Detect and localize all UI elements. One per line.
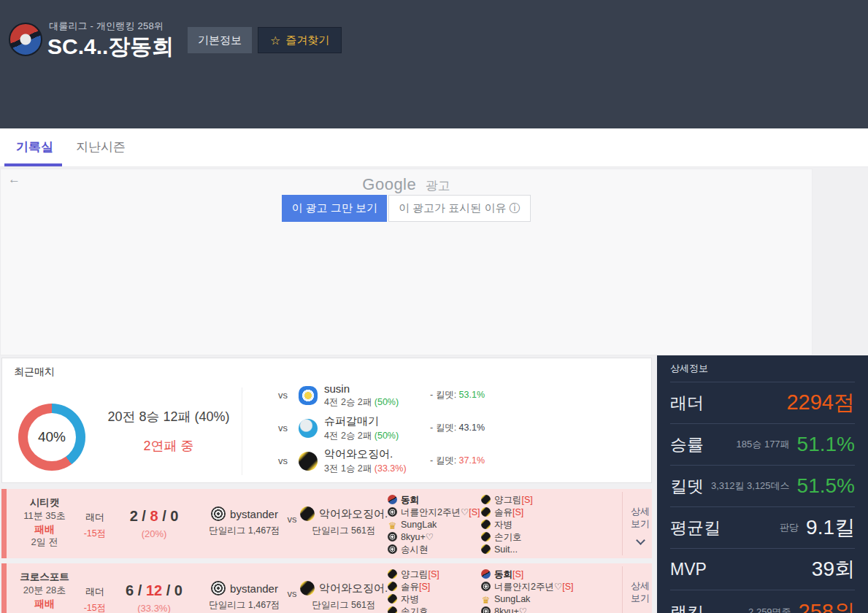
team-league-points: 단일리그 1,467점 — [196, 599, 293, 612]
croc-icon — [481, 520, 491, 529]
opponent-row: vs 슈퍼갈매기 4전 2승 2패 (50%) - 킬뎃: 43.1% — [278, 412, 485, 444]
croc-icon — [388, 594, 397, 604]
recent-matches-card: 최근매치 40% 20전 8승 12패 (40%) 2연패 중 vs susin… — [1, 358, 652, 483]
detail-info-panel: 상세정보 래더 2294점 승률 185승 177패 51.1% 킬뎃 3,31… — [657, 355, 868, 613]
list-item: 솔유[S] — [388, 581, 439, 593]
opponent-winrate: (50%) — [375, 431, 399, 441]
tab-records[interactable]: 기록실 — [16, 139, 53, 155]
list-item: 손기호 — [481, 531, 533, 544]
match-mode-block: 래더 -15점 — [71, 509, 119, 541]
team-logo-icon — [481, 569, 491, 579]
player-name: 너를안지2주년♡ — [401, 507, 469, 517]
why-this-ad-button[interactable]: 이 광고가 표시된 이유 ⓘ — [388, 195, 531, 222]
player-name: SungLak — [494, 594, 530, 604]
player-name: Suit... — [494, 544, 518, 555]
team-name: bystander — [230, 508, 278, 520]
player-list-left: 양그림[S] 솔유[S] 자병 손기호 — [388, 568, 439, 613]
player-name: 양그림 — [494, 495, 522, 505]
match-mode-block: 래더 -15점 — [71, 584, 119, 613]
croc-icon — [388, 606, 397, 613]
player-name: 양그림 — [401, 569, 429, 579]
team-name: bystander — [230, 582, 278, 595]
opponent-name: 슈퍼갈매기 — [324, 415, 430, 428]
detail-view-button[interactable]: 상세 보기 — [623, 505, 657, 544]
stat-row-killdeath: 킬뎃 3,312킬 3,125데스 51.5% — [670, 466, 855, 507]
stat-row-ranking: 랭킹 2,259명중 258위 — [670, 590, 855, 613]
player-list-right: 동희[S] 너를안지2주년♡[S] SungLak 8kyu+♡ — [481, 568, 573, 613]
stop-seeing-ad-button[interactable]: 이 광고 그만 보기 — [282, 195, 387, 222]
opponent-winrate: (50%) — [375, 397, 399, 407]
list-item: 양그림[S] — [388, 568, 439, 581]
losing-streak-label: 2연패 중 — [91, 437, 246, 455]
map-name: 크로스포트 — [7, 571, 82, 584]
player-list-left: 동희 너를안지2주년♡[S] SungLak 8kyu+♡ 송시현 — [388, 494, 480, 556]
team-league-points: 단일리그 1,467점 — [196, 525, 293, 537]
ad-brand-line: Google 광고 — [1, 175, 812, 194]
league-rank-label: 대룰리그 - 개인랭킹 258위 — [49, 20, 164, 33]
list-item: 8kyu+♡ — [481, 606, 573, 613]
player-name: 8kyu+♡ — [494, 606, 527, 613]
ladder-points-change: -15점 — [71, 600, 119, 613]
opponent-name: susin — [324, 382, 430, 395]
stat-row-winrate: 승률 185승 177패 51.1% — [670, 424, 855, 466]
team-name: 악어와오징어. — [319, 582, 388, 595]
favorite-button[interactable]: ☆ 즐겨찾기 — [258, 27, 342, 53]
team-crocsquid-icon — [300, 506, 315, 521]
croc-icon — [481, 495, 491, 504]
page-title: SC.4..장동희 — [47, 32, 174, 62]
favorite-button-label: 즐겨찾기 — [285, 34, 329, 47]
match-row: 시티캣 11분 35초 패배 2일 전 래더 -15점 2 / 8 / 0 (2… — [1, 489, 652, 558]
croc-icon — [481, 507, 491, 517]
team-supergull-icon — [299, 419, 318, 438]
player-name: 8kyu+♡ — [401, 532, 434, 542]
player-name: 솔유 — [401, 582, 419, 592]
player-name: 동희 — [494, 569, 512, 579]
croc-icon — [388, 569, 397, 579]
deaths: 8 — [150, 508, 158, 524]
player-list-right: 양그림[S] 솔유[S] 자병 손기호 Suit... — [481, 494, 533, 556]
tab-past-seasons[interactable]: 지난시즌 — [76, 139, 126, 155]
player-name: 손기호 — [494, 532, 522, 542]
vs-label: vs — [278, 455, 299, 466]
team-left-block: bystander 단일리그 1,467점 — [196, 581, 293, 612]
assists: 0 — [170, 508, 178, 524]
opponent-stats-list: vs susin 4전 2승 2패 (50%) - 킬뎃: 53.1% vs 슈… — [278, 379, 485, 477]
player-name: 송시현 — [401, 544, 429, 555]
killdeath-value: 51.5% — [797, 474, 855, 498]
vs-label: vs — [278, 390, 299, 401]
opponent-record: 3전 1승 2패 (33.3%) — [324, 463, 430, 475]
deaths: 12 — [146, 582, 162, 598]
team-logo-icon — [388, 495, 397, 504]
opponent-record: 4전 2승 2패 (50%) — [324, 396, 430, 409]
kda-block: 2 / 8 / 0 (20%) — [118, 508, 191, 539]
divider — [622, 566, 623, 613]
team-bystander-icon — [211, 506, 226, 521]
player-name: SungLak — [401, 520, 437, 530]
list-item: SungLak — [481, 593, 573, 606]
detail-view-button[interactable]: 상세 보기 — [623, 579, 657, 613]
basic-info-button[interactable]: 기본정보 — [188, 27, 252, 53]
list-item: SungLak — [388, 519, 480, 531]
team-name: 악어와오징어. — [319, 507, 388, 521]
player-name: 너를안지2주년♡ — [494, 582, 562, 592]
croc-icon — [481, 544, 491, 554]
divider — [242, 388, 242, 475]
mvp-value: 39회 — [812, 555, 855, 583]
team-right-block: 악어와오징어. 단일리그 561점 — [296, 581, 392, 612]
team-crocsquid-icon — [300, 581, 315, 595]
star-icon: ☆ — [270, 34, 280, 47]
winrate-donut-label: 40% — [18, 404, 85, 471]
kda-block: 6 / 12 / 0 (33.3%) — [118, 582, 191, 613]
match-row: 크로스포트 20분 28초 패배 래더 -15점 6 / 12 / 0 (33.… — [1, 563, 652, 613]
team-logo-icon — [9, 23, 42, 56]
active-tab-underline — [4, 163, 62, 166]
stat-row-ladder: 래더 2294점 — [670, 382, 855, 424]
recent-record-summary: 20전 8승 12패 (40%) — [91, 408, 246, 425]
match-mode: 래더 — [71, 509, 119, 525]
player-name: 솔유 — [494, 507, 512, 517]
player-name: 손기호 — [401, 606, 429, 613]
team-crocsquid-icon — [299, 452, 318, 471]
team-left-block: bystander 단일리그 1,467점 — [196, 506, 293, 537]
bystander-icon — [388, 544, 397, 554]
kills: 6 — [126, 582, 134, 598]
